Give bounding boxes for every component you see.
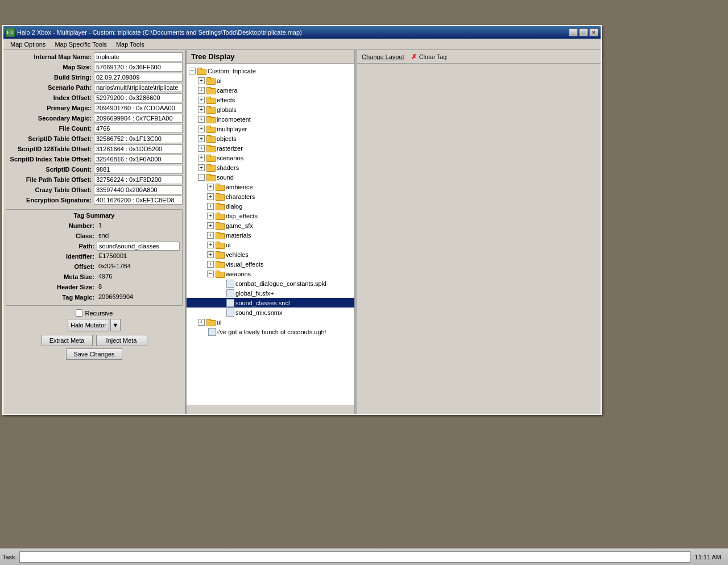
- tree-folder-icon: [206, 106, 216, 113]
- tree-item-label: incompetent: [217, 116, 251, 123]
- tree-item[interactable]: combat_dialogue_constants.spkl: [187, 279, 354, 288]
- change-layout-btn[interactable]: Change Layout: [362, 53, 404, 60]
- tree-expand-icon[interactable]: [216, 289, 225, 298]
- tree-expand-icon[interactable]: [216, 298, 225, 308]
- tree-expand-icon[interactable]: +: [207, 184, 214, 190]
- tree-item[interactable]: +objects: [187, 134, 354, 143]
- tree-expand-icon[interactable]: −: [198, 174, 205, 181]
- tree-item[interactable]: +globals: [187, 105, 354, 114]
- close-tag-label[interactable]: Close Tag: [419, 53, 447, 60]
- tree-item[interactable]: −Custom: triplicate: [187, 66, 354, 76]
- tree-expand-icon[interactable]: +: [207, 251, 214, 258]
- tree-item[interactable]: +visual_effects: [187, 259, 354, 269]
- tree-expand-icon[interactable]: +: [198, 97, 205, 103]
- tree-item[interactable]: +ambience: [187, 182, 354, 192]
- app-menu-map-specific-tools[interactable]: Map Specific Tools: [50, 40, 111, 49]
- map-field-label: Crazy Table Offset:: [6, 186, 94, 193]
- map-field-label: Build String:: [6, 74, 94, 81]
- tree-expand-icon[interactable]: [216, 279, 225, 288]
- tag-field-path-input[interactable]: [97, 242, 180, 251]
- close-tag-x-icon: ✗: [411, 53, 417, 61]
- tree-item[interactable]: sound_classes.sncl: [187, 298, 354, 308]
- tree-expand-icon[interactable]: +: [198, 87, 205, 94]
- tree-expand-icon[interactable]: +: [207, 242, 214, 248]
- tree-item[interactable]: −weapons: [187, 269, 354, 279]
- tree-expand-icon[interactable]: +: [198, 77, 205, 84]
- app-menu-map-options[interactable]: Map Options: [6, 40, 50, 49]
- tree-item[interactable]: +multiplayer: [187, 124, 354, 134]
- tree-expand-icon[interactable]: +: [207, 213, 214, 219]
- map-field-label: Map Size:: [6, 64, 94, 70]
- tree-expand-icon[interactable]: +: [198, 126, 205, 132]
- map-field-row: Build String: 02.09.27.09809: [6, 73, 183, 82]
- tree-expand-icon[interactable]: +: [207, 261, 214, 268]
- tree-item[interactable]: +effects: [187, 95, 354, 105]
- tree-item[interactable]: sound_mix.snmx: [187, 308, 354, 317]
- halo-mutator-btn[interactable]: Halo Mutator: [68, 319, 109, 331]
- tree-item[interactable]: +game_sfx: [187, 221, 354, 230]
- app-menu-map-tools[interactable]: Map Tools: [111, 40, 149, 49]
- tree-expand-icon[interactable]: +: [198, 106, 205, 113]
- tree-expand-icon[interactable]: −: [207, 271, 214, 277]
- tree-expand-icon[interactable]: +: [198, 319, 205, 326]
- tree-expand-icon[interactable]: +: [198, 145, 205, 152]
- tree-item-label: globals: [217, 106, 237, 113]
- recursive-checkbox[interactable]: [76, 309, 83, 317]
- tree-item-label: combat_dialogue_constants.spkl: [235, 280, 326, 287]
- tree-item[interactable]: +incompetent: [187, 114, 354, 124]
- tree-item[interactable]: i've got a lovely bunch of coconuts.ugh!: [187, 327, 354, 336]
- recursive-label: Recursive: [85, 310, 113, 317]
- map-field-label: Scenario Path:: [6, 84, 94, 91]
- tree-item-label: ambience: [226, 184, 253, 190]
- tree-item[interactable]: +characters: [187, 192, 354, 201]
- tree-item[interactable]: +vehicles: [187, 250, 354, 259]
- task-input[interactable]: [19, 551, 690, 563]
- map-field-row: Map Size: 57669120 : 0x36FF600: [6, 63, 183, 72]
- app-minimize-btn[interactable]: _: [569, 28, 578, 36]
- tag-field-value: 1: [97, 221, 180, 230]
- halo-mutator-dropdown-arrow[interactable]: ▼: [110, 319, 121, 331]
- tree-expand-icon[interactable]: [216, 308, 225, 317]
- tree-item[interactable]: +rasterizer: [187, 143, 354, 153]
- tree-expand-icon[interactable]: +: [198, 135, 205, 142]
- tree-item[interactable]: +dsp_effects: [187, 211, 354, 221]
- tree-item[interactable]: global_fx.sfx+: [187, 288, 354, 298]
- tree-item[interactable]: +shaders: [187, 163, 354, 172]
- tree-expand-icon[interactable]: +: [198, 164, 205, 171]
- app-menubar: Map Options Map Specific Tools Map Tools: [3, 39, 601, 50]
- inject-meta-btn[interactable]: Inject Meta: [96, 335, 147, 346]
- tag-field-row: Identifier: E1750001: [9, 252, 180, 261]
- tag-field-value: E1750001: [97, 252, 180, 261]
- tree-item[interactable]: −sound: [187, 172, 354, 182]
- tree-item[interactable]: +ui: [187, 317, 354, 327]
- tree-expand-icon[interactable]: +: [198, 116, 205, 123]
- app-maximize-btn[interactable]: □: [579, 28, 588, 36]
- tag-field-row: Header Size: 8: [9, 282, 180, 292]
- map-field-value: 33597440 0x200A800: [94, 185, 183, 194]
- tree-item[interactable]: +ui: [187, 240, 354, 250]
- tree-expand-icon[interactable]: +: [207, 232, 214, 239]
- tree-item[interactable]: +ai: [187, 76, 354, 85]
- map-field-row: Encryption Signature: 4011626200 : 0xEF1…: [6, 196, 183, 205]
- tree-item-label: sound: [217, 174, 234, 181]
- tree-expand-icon[interactable]: [198, 327, 206, 336]
- tree-expand-icon[interactable]: +: [207, 193, 214, 200]
- tree-expand-icon[interactable]: −: [189, 68, 196, 74]
- tree-expand-icon[interactable]: +: [207, 222, 214, 229]
- tree-expand-icon[interactable]: +: [198, 155, 205, 161]
- save-changes-btn[interactable]: Save Changes: [66, 348, 122, 360]
- map-field-row: ScriptID Index Table Offset: 32546816 : …: [6, 155, 183, 164]
- map-field-label: Encryption Signature:: [6, 197, 94, 203]
- tree-item[interactable]: +materials: [187, 230, 354, 240]
- app-window: H2 Halo 2 Xbox - Multiplayer - Custom: t…: [2, 25, 602, 415]
- map-field-value: 2094901760 : 0x7CDDAA00: [94, 103, 183, 113]
- tree-item[interactable]: +camera: [187, 85, 354, 95]
- tree-item[interactable]: +scenarios: [187, 153, 354, 163]
- extract-meta-btn[interactable]: Extract Meta: [42, 335, 93, 346]
- tree-item-label: ui: [226, 242, 231, 248]
- app-close-btn[interactable]: ✕: [589, 28, 598, 36]
- tree-item[interactable]: +dialog: [187, 201, 354, 211]
- tree-item-label: ui: [217, 319, 222, 326]
- tree-expand-icon[interactable]: +: [207, 203, 214, 210]
- tag-field-label: Class:: [9, 232, 97, 239]
